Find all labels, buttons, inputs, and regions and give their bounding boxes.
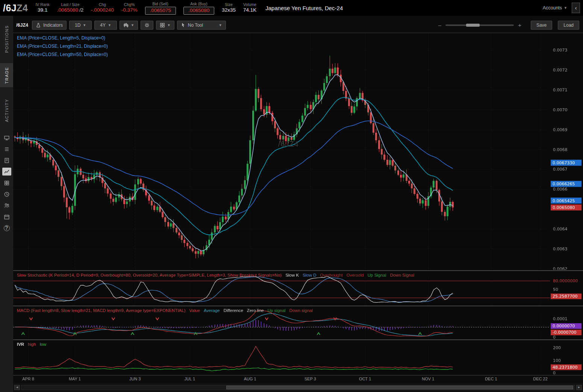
stat-chg: Chg -.0000240 [91, 2, 114, 14]
drawing-tool-dropdown[interactable]: No Tool ▼ [177, 21, 226, 30]
legend-item: Oversold [347, 273, 364, 277]
time-axis-label: SEP 3 [304, 377, 316, 381]
legend-item: Down signal [289, 308, 313, 313]
symbol-root: /6J [3, 3, 17, 13]
stat-value: 32x35 [222, 7, 236, 14]
zoom-out-button[interactable]: – [437, 22, 443, 28]
stat-iv-rank: IV Rank 39.1 [35, 2, 49, 14]
chart-scrollbar: ◄ ► [13, 383, 583, 392]
legend-item: Down Signal [390, 273, 415, 277]
chart-symbol-label: /6JZ4 [16, 23, 28, 28]
scrollbar-track[interactable] [21, 385, 575, 390]
sidebar-tab-label: POSITIONS [5, 25, 9, 53]
time-axis-label: MAY 1 [69, 377, 81, 381]
load-button[interactable]: Load [558, 21, 579, 30]
instrument-title: Japanese Yen Futures, Dec-24 [265, 5, 343, 11]
symbol-ticker[interactable]: /6JZ4 [3, 3, 28, 14]
legend-item: Up signal [268, 308, 286, 313]
calendar-icon[interactable] [2, 213, 11, 221]
chart-icon[interactable] [2, 168, 11, 176]
sidebar-tab-label: ACTIVITY [5, 99, 9, 122]
chevron-left-icon: ‹ [575, 5, 577, 11]
list-icon[interactable] [2, 145, 11, 153]
stochastic-legend-title[interactable]: Slow Stochastic (K Period=14, D Period=9… [17, 273, 282, 277]
price-panel: EMA (Price=CLOSE, Length=5, Displace=0) … [13, 33, 583, 270]
chart-type-dropdown[interactable]: ▼ [120, 21, 138, 30]
sidebar-tab-activity[interactable]: ACTIVITY [0, 92, 13, 129]
legend-item: high [28, 342, 36, 347]
scroll-left-button[interactable]: ◄ [14, 385, 20, 390]
last-size: /2 [79, 7, 83, 13]
time-axis-label: OCT 1 [359, 377, 371, 381]
stat-label: Ask (Buy) [190, 2, 207, 6]
chevron-down-icon: ▼ [167, 23, 171, 27]
legend-item: Slow K [285, 273, 299, 277]
grid-icon[interactable] [2, 179, 11, 187]
legend-item: Zero line [247, 308, 264, 313]
time-axis-label: NOV 1 [422, 377, 434, 381]
sidebar-tab-trade[interactable]: TRADE [0, 63, 13, 87]
sidebar-tab-label: TRADE [5, 67, 9, 84]
sidebar-tab-positions[interactable]: POSITIONS [0, 20, 13, 58]
bid-button[interactable]: .0065075 [145, 7, 176, 15]
ivr-legend-title[interactable]: IVR [17, 342, 24, 347]
chart-gadget: /6JZ4 Indicators 1D▼ 4Y▼ ▼ ▼ [13, 16, 583, 392]
stat-value: .0065080/2 [57, 7, 83, 14]
top-quote-bar: /6JZ4 IV Rank 39.1 Last / Size .0065080/… [0, 0, 583, 16]
people-icon[interactable] [2, 201, 11, 209]
range-dropdown[interactable]: 4Y▼ [94, 21, 117, 30]
time-axis[interactable]: APR 8MAY 1JUN 3JUL 1AUG 1SEP 3OCT 1NOV 1… [13, 375, 583, 383]
zoom-slider-thumb[interactable] [466, 24, 480, 27]
ema5-legend[interactable]: EMA (Price=CLOSE, Length=5, Displace=0) [17, 34, 108, 42]
collapse-panel-button[interactable]: ‹ [572, 3, 580, 13]
indicators-button[interactable]: Indicators [32, 21, 67, 30]
stat-volume: Volume 74.1K [243, 2, 256, 14]
chevron-down-icon: ▼ [108, 23, 111, 27]
legend-item: Up Signal [368, 273, 386, 277]
ivr-canvas[interactable] [13, 340, 583, 375]
save-button[interactable]: Save [531, 21, 552, 30]
chart-style-dropdown[interactable]: ▼ [156, 21, 174, 30]
stat-value: 74.1K [243, 7, 256, 14]
scrollbar-thumb[interactable] [226, 386, 573, 389]
chevron-down-icon: ▼ [83, 23, 86, 27]
stat-chg-pct: Chg% -0.37% [121, 2, 138, 14]
range-value: 4Y [100, 23, 106, 28]
scratchpad-icon[interactable] [2, 156, 11, 164]
stat-value: 39.1 [38, 7, 47, 14]
help-icon[interactable]: ? [2, 224, 11, 232]
price-chart-canvas[interactable] [13, 33, 583, 270]
time-axis-label: JUN 3 [129, 377, 141, 381]
trading-platform-window: /6JZ4 IV Rank 39.1 Last / Size .0065080/… [0, 0, 583, 392]
macd-panel: MACD (Fast length=8, Slow length=21, MAC… [13, 306, 583, 339]
beaker-icon [36, 23, 41, 28]
accounts-label: Accounts [543, 5, 562, 11]
zoom-slider[interactable] [445, 24, 514, 26]
legend-item: Difference [224, 308, 243, 313]
macd-legend-title[interactable]: MACD (Fast length=8, Slow length=21, MAC… [17, 308, 186, 313]
cursor-icon [181, 23, 186, 27]
accounts-dropdown[interactable]: Accounts ▼ [543, 5, 567, 11]
stat-last-size: Last / Size .0065080/2 [57, 2, 83, 14]
chart-settings-button[interactable] [141, 21, 153, 30]
chevron-down-icon: ▼ [564, 6, 567, 10]
stat-label: Volume [243, 2, 256, 7]
zoom-in-button[interactable]: + [516, 22, 523, 28]
gear-icon [144, 23, 150, 28]
ema21-legend[interactable]: EMA (Price=CLOSE, Length=21, Displace=0) [17, 42, 108, 50]
stat-value: -.0000240 [91, 7, 114, 14]
last-price: .0065080 [57, 7, 78, 13]
ivr-panel: IVR highlow [13, 339, 583, 375]
stochastic-legend: Slow Stochastic (K Period=14, D Period=9… [17, 273, 414, 277]
clock-icon[interactable] [2, 190, 11, 198]
stat-ask: Ask (Buy) .0065080 [183, 2, 214, 15]
timeframe-dropdown[interactable]: 1D▼ [69, 21, 92, 30]
legend-item: low [40, 342, 46, 347]
ema50-legend[interactable]: EMA (Price=CLOSE, Length=50, Displace=0) [17, 50, 108, 59]
monitor-icon[interactable] [2, 134, 11, 142]
time-axis-label: JUL 1 [185, 377, 195, 381]
scroll-right-button[interactable]: ► [576, 385, 582, 390]
time-axis-label: DEC 22 [533, 377, 548, 381]
ask-button[interactable]: .0065080 [183, 7, 214, 15]
time-axis-label: AUG 1 [244, 377, 256, 381]
